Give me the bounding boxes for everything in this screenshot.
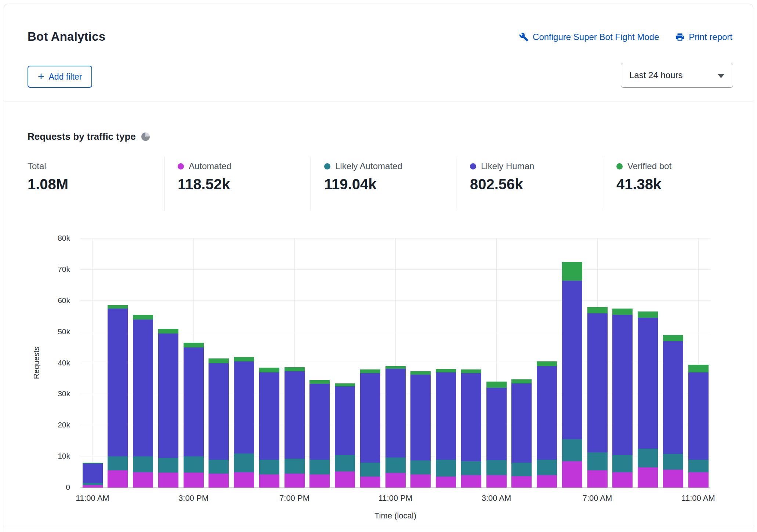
bar-segment-likely-human [335,386,355,455]
bar-segment-likely-automated [158,458,178,473]
bar-segment-automated [587,470,608,488]
bar-segment-likely-human [309,384,330,459]
bar-segment-likely-human [133,320,153,456]
bar-segment-likely-human [587,313,608,452]
bar-segment-likely-automated [663,454,683,469]
bar-segment-automated [638,467,658,488]
bar-segment-automated [234,472,254,488]
stacked-bar[interactable] [537,238,557,488]
bar-segment-likely-automated [335,455,355,471]
bar-segment-automated [410,474,431,488]
bar-segment-likely-automated [234,453,254,472]
bar-segment-verified-bot [309,380,330,384]
x-axis-title: Time (local) [80,511,710,521]
stacked-bar[interactable] [209,238,229,488]
stacked-bar[interactable] [562,238,582,488]
bar-segment-likely-human [638,318,658,448]
bar-segment-likely-automated [436,460,456,477]
stacked-bar[interactable] [335,238,355,488]
stacked-bar-chart [80,238,710,488]
stat-verified-bot[interactable]: Verified bot 41.38k [616,161,671,193]
stacked-bar[interactable] [360,238,380,488]
stacked-bar[interactable] [663,238,683,488]
y-tick-label: 60k [4,296,70,305]
bar-segment-verified-bot [688,365,709,372]
bar-segment-likely-human [108,309,128,456]
stacked-bar[interactable] [285,238,305,488]
stat-likely-human[interactable]: Likely Human 802.56k [470,161,534,193]
stacked-bar[interactable] [612,238,633,488]
stacked-bar[interactable] [108,238,128,488]
x-tick-label: 11:00 PM [378,493,413,503]
likely-automated-legend-dot [324,163,330,170]
x-axis-tick-labels: 11:00 AM3:00 PM7:00 PM11:00 PM3:00 AM7:0… [80,493,710,505]
stats-separator [164,157,164,211]
stacked-bar[interactable] [158,238,178,488]
bar-segment-automated [259,474,279,488]
stacked-bar[interactable] [511,238,532,488]
add-filter-button[interactable]: + Add filter [28,66,92,88]
stacked-bar[interactable] [309,238,330,488]
verified-bot-legend-dot [616,163,623,170]
bar-segment-automated [335,471,355,488]
chevron-down-icon [717,74,725,78]
bar-segment-likely-automated [360,463,380,477]
y-tick-label: 50k [4,327,70,336]
bar-segment-likely-human [486,388,507,460]
bar-segment-verified-bot [83,463,103,463]
bar-segment-automated [285,474,305,488]
stats-separator [603,157,603,211]
stacked-bar[interactable] [587,238,608,488]
plus-icon: + [38,71,44,82]
bar-segment-verified-bot [385,366,406,369]
bar-segment-automated [108,470,128,488]
stacked-bar[interactable] [486,238,507,488]
stacked-bar[interactable] [385,238,406,488]
bar-segment-likely-human [511,383,532,463]
stacked-bar[interactable] [410,238,431,488]
add-filter-label: Add filter [49,72,82,82]
bar-segment-likely-automated [83,483,103,485]
bar-segment-verified-bot [158,329,178,334]
bar-segment-verified-bot [663,335,683,341]
stat-automated-value: 118.52k [178,176,231,193]
bar-segment-automated [537,475,557,488]
time-range-dropdown[interactable]: Last 24 hours [621,63,733,88]
bar-segment-likely-human [385,369,406,458]
bar-segment-automated [486,475,507,488]
bar-segment-likely-human [83,463,103,483]
bar-segment-verified-bot [133,315,153,320]
configure-super-bot-fight-mode-link[interactable]: Configure Super Bot Fight Mode [519,32,659,42]
stacked-bar[interactable] [234,238,254,488]
bar-segment-likely-human [158,334,178,458]
stat-total-value: 1.08M [28,176,68,193]
stacked-bar[interactable] [461,238,481,488]
stat-automated[interactable]: Automated 118.52k [178,161,231,193]
bar-segment-automated [385,473,406,488]
bar-segment-automated [133,472,153,488]
y-tick-label: 20k [4,420,70,429]
bar-segment-likely-automated [108,456,128,470]
stacked-bar[interactable] [688,238,709,488]
stacked-bar[interactable] [83,238,103,488]
stacked-bar[interactable] [638,238,658,488]
bar-segment-verified-bot [360,369,380,373]
stacked-bar[interactable] [259,238,279,488]
bar-segment-likely-automated [209,460,229,474]
print-report-link[interactable]: Print report [675,32,732,42]
bar-segment-likely-automated [133,456,153,472]
bar-segment-likely-automated [285,459,305,474]
stacked-bar[interactable] [133,238,153,488]
stat-likely-automated-label: Likely Automated [335,161,402,171]
bar-segment-verified-bot [486,382,507,388]
bar-segment-verified-bot [461,369,481,373]
bar-segment-likely-automated [486,460,507,475]
stacked-bar[interactable] [436,238,456,488]
bar-segment-verified-bot [410,371,431,374]
stacked-bar[interactable] [184,238,204,488]
bar-segment-verified-bot [537,361,557,366]
bar-segment-automated [184,473,204,488]
stat-likely-automated[interactable]: Likely Automated 119.04k [324,161,402,193]
x-tick-label: 7:00 PM [279,493,309,503]
section-divider [4,528,753,528]
